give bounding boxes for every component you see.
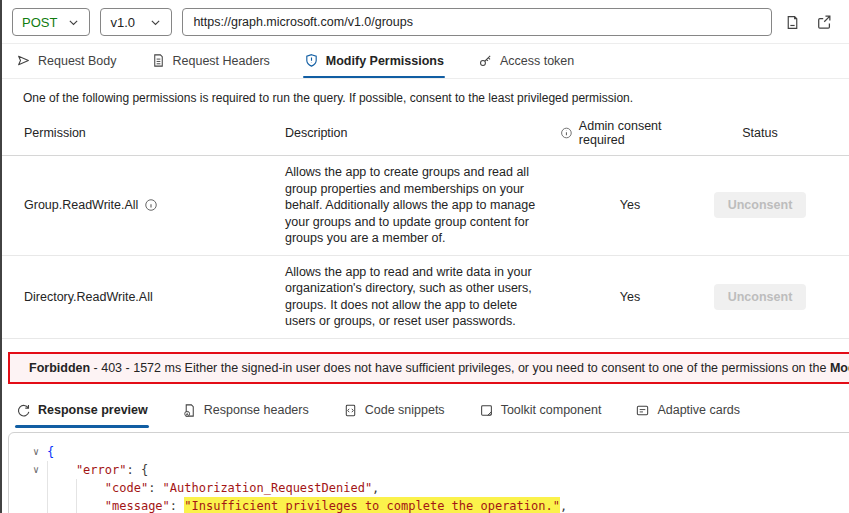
gutter — [9, 497, 47, 513]
code-token: { — [47, 443, 54, 461]
tab-label: Response headers — [204, 403, 309, 417]
status-cell: Unconsent — [710, 184, 820, 226]
chevron-down-icon — [149, 16, 162, 29]
col-admin-label: Admin consent required — [579, 119, 700, 147]
tab-label: Toolkit component — [501, 403, 602, 417]
admin-consent-value: Yes — [560, 282, 710, 312]
col-admin-consent: Admin consent required — [560, 111, 710, 155]
fold-chevron-icon[interactable]: ∨ — [9, 443, 47, 461]
method-label: POST — [22, 15, 57, 30]
version-label: v1.0 — [110, 15, 135, 30]
code-token: "Insufficient privileges to complete the… — [184, 497, 560, 513]
error-banner: Forbidden - 403 - 1572 ms Either the sig… — [8, 352, 849, 384]
error-bold-suffix: Modify permissi — [830, 361, 849, 375]
code-token: "Authorization_RequestDenied" — [163, 479, 373, 497]
permission-name: Group.ReadWrite.All — [24, 190, 285, 220]
table-row: Group.ReadWrite.All Allows the app to cr… — [0, 156, 849, 256]
permission-name: Directory.ReadWrite.All — [24, 282, 285, 312]
tab-code-snippets[interactable]: Code snippets — [341, 394, 447, 428]
card-icon — [635, 403, 650, 418]
request-bar: POST v1.0 — [0, 0, 849, 44]
tab-label: Request Headers — [173, 54, 270, 68]
chevron-down-icon — [67, 16, 80, 29]
code-token: { — [141, 461, 148, 479]
tab-label: Request Body — [38, 54, 117, 68]
indent-guide — [47, 497, 76, 513]
indent-guide — [47, 461, 76, 479]
response-editor[interactable]: ∨{∨"error": {"code": "Authorization_Requ… — [8, 432, 849, 513]
code-line: "message": "Insufficient privileges to c… — [9, 497, 849, 513]
pane-divider — [0, 0, 2, 513]
component-icon — [479, 403, 494, 418]
code-line: ∨"error": { — [9, 461, 849, 479]
code-token: , — [560, 497, 567, 513]
code-token: , — [372, 479, 379, 497]
col-status: Status — [710, 118, 820, 148]
status-cell: Unconsent — [710, 276, 820, 318]
indent-guide — [76, 479, 105, 497]
error-text: Forbidden - 403 - 1572 ms Either the sig… — [29, 361, 849, 375]
tab-label: Response preview — [38, 403, 148, 417]
document-arrow-icon — [182, 403, 197, 418]
table-header-row: Permission Description Admin consent req… — [0, 111, 849, 156]
info-icon[interactable] — [144, 198, 158, 212]
request-tabs: Request Body Request Headers Modify Perm… — [0, 44, 849, 79]
permissions-panel: One of the following permissions is requ… — [0, 79, 849, 339]
col-permission: Permission — [24, 118, 285, 148]
code-token: "error" — [76, 461, 127, 479]
document-button[interactable] — [782, 12, 803, 33]
unconsent-button[interactable]: Unconsent — [714, 284, 807, 310]
indent-guide — [76, 497, 105, 513]
code-line: "code": "Authorization_RequestDenied", — [9, 479, 849, 497]
code-line: ∨{ — [9, 443, 849, 461]
tab-label: Adaptive cards — [657, 403, 740, 417]
col-description: Description — [285, 118, 560, 148]
share-button[interactable] — [813, 11, 835, 33]
tab-request-headers[interactable]: Request Headers — [149, 44, 272, 78]
tab-label: Modify Permissions — [326, 54, 444, 68]
permissions-table: Permission Description Admin consent req… — [0, 111, 849, 339]
version-select[interactable]: v1.0 — [100, 8, 172, 36]
url-input[interactable] — [182, 8, 772, 36]
shield-icon — [304, 53, 319, 68]
code-lines: ∨{∨"error": {"code": "Authorization_Requ… — [9, 443, 849, 513]
share-icon — [815, 13, 833, 31]
document-lines-icon — [151, 53, 166, 68]
tab-access-token[interactable]: Access token — [476, 44, 576, 78]
error-message: - 403 - 1572 ms Either the signed-in use… — [90, 361, 830, 375]
send-icon — [16, 53, 31, 68]
permission-description: Allows the app to read and write data in… — [285, 256, 560, 338]
gutter — [9, 479, 47, 497]
key-icon — [478, 53, 493, 68]
error-title: Forbidden — [29, 361, 90, 375]
response-tabs: Response preview Response headers Code s… — [0, 394, 849, 428]
fold-chevron-icon[interactable]: ∨ — [9, 461, 47, 479]
code-token: : — [170, 497, 184, 513]
document-icon — [784, 14, 801, 31]
tab-modify-permissions[interactable]: Modify Permissions — [302, 44, 446, 78]
method-select[interactable]: POST — [12, 8, 90, 36]
permissions-intro: One of the following permissions is requ… — [0, 79, 849, 105]
info-icon[interactable] — [560, 126, 573, 140]
table-row: Directory.ReadWrite.All Allows the app t… — [0, 256, 849, 339]
code-token: "message" — [105, 497, 170, 513]
code-icon — [343, 403, 358, 418]
refresh-icon — [16, 403, 31, 418]
tab-toolkit-component[interactable]: Toolkit component — [477, 394, 604, 428]
permission-description: Allows the app to create groups and read… — [285, 156, 560, 255]
tab-response-headers[interactable]: Response headers — [180, 394, 311, 428]
tab-response-preview[interactable]: Response preview — [14, 394, 150, 428]
admin-consent-value: Yes — [560, 190, 710, 220]
tab-adaptive-cards[interactable]: Adaptive cards — [633, 394, 742, 428]
code-token: "code" — [105, 479, 148, 497]
tab-request-body[interactable]: Request Body — [14, 44, 119, 78]
tab-label: Code snippets — [365, 403, 445, 417]
code-token: : — [126, 461, 140, 479]
tab-label: Access token — [500, 54, 574, 68]
indent-guide — [47, 479, 76, 497]
unconsent-button[interactable]: Unconsent — [714, 192, 807, 218]
code-token: : — [148, 479, 162, 497]
